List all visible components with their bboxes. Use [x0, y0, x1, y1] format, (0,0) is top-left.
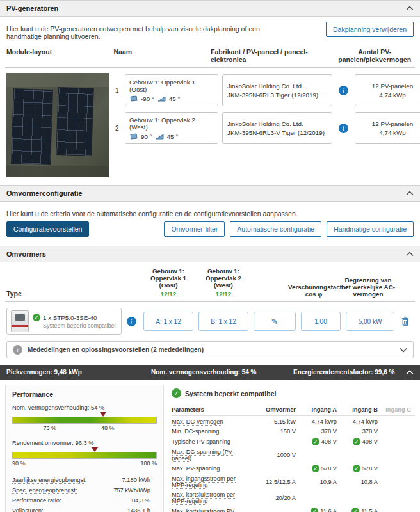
peak-power: 4,74 kWp — [379, 129, 405, 136]
tilt-value: 45 ° — [169, 95, 181, 102]
pv-generators-header[interactable]: PV-generatoren — [0, 0, 420, 17]
panel-count-box[interactable]: 12 PV-panelen 4,74 kWp — [355, 112, 420, 144]
param-inverter-value: 150 V — [254, 428, 296, 435]
azimuth-icon — [129, 133, 138, 140]
check-icon: ✓ — [311, 508, 318, 512]
performance-title: Performance — [12, 390, 157, 398]
param-label: Max. ingangsstroom per MPP-regeling — [172, 476, 236, 489]
tick-label: 73 % — [43, 425, 56, 431]
inverter-config-header[interactable]: Omvormerconfiguratie — [0, 185, 420, 202]
info-icon[interactable]: i — [339, 124, 348, 133]
check-icon: ✓ — [172, 388, 181, 398]
col-surface1: Gebouw 1: Oppervlak 1 (Oost) 12/12 — [141, 268, 196, 298]
roof-area — [6, 73, 109, 87]
check-icon: ✓ — [312, 438, 319, 445]
module-layout-image[interactable] — [6, 73, 109, 177]
param-input-b-value: 578 V — [362, 465, 378, 472]
info-icon: i — [13, 345, 22, 355]
collapse-chevron-up-icon[interactable] — [406, 6, 414, 11]
info-icon[interactable]: i — [127, 317, 136, 326]
cos-phi-box[interactable]: 1,00 — [301, 312, 341, 331]
inverter-type-status: Systeem beperkt compatibel — [33, 323, 116, 329]
check-icon: ✓ — [353, 465, 360, 472]
param-input-a-value: 408 V — [321, 438, 337, 445]
azimuth-icon — [129, 95, 138, 102]
info-icon[interactable]: i — [339, 86, 348, 95]
input-b-box[interactable]: B: 1 x 12 — [198, 312, 248, 331]
panel-box[interactable]: JinkoSolar Holding Co. Ltd. JKM-395N-6RL… — [222, 112, 332, 144]
configuration-proposals-button[interactable]: Configuratievoorstellen — [6, 221, 89, 237]
param-input-a-value: 10,9 A — [296, 479, 337, 485]
section-title: Omvormerconfiguratie — [6, 189, 83, 197]
stat-row: Performance ratio: 84,3 % — [12, 495, 157, 506]
inverters-section: Omvormers Type Gebouw 1: Oppervlak 1 (Oo… — [0, 246, 420, 358]
check-icon: ✓ — [353, 438, 360, 445]
pv-surface-box[interactable]: Gebouw 1: Oppervlak 1 (Oost) -90 ° 45 ° — [125, 74, 218, 106]
pv-surface-box[interactable]: Gebouw 1: Oppervlak 2 (West) 90 ° 45 ° — [125, 112, 218, 144]
stat-value: 7.180 kWh — [107, 475, 157, 485]
manual-configuration-button[interactable]: Handmatige configuratie — [327, 221, 414, 237]
pv-array-east — [12, 89, 52, 164]
inverter-config-section: Omvormerconfiguratie Hier kunt u de crit… — [0, 185, 420, 246]
col-module-layout: Module-layout — [6, 48, 113, 63]
col-omvormer: Omvormer — [254, 406, 296, 413]
remove-roof-planning-button[interactable]: Dakplanning verwijderen — [326, 22, 414, 37]
stat-value: 84,3 % — [107, 495, 157, 506]
col-surface2: Gebouw 1: Oppervlak 2 (West) 12/12 — [196, 268, 251, 298]
panel-box[interactable]: JinkoSolar Holding Co. Ltd. JKM-395N-6RL… — [222, 74, 332, 106]
messages-label: Mededelingen en oplossingsvoorstellen (2… — [28, 346, 394, 353]
inverter-row: ✓ 1 x STP5.0-3SE-40 Systeem beperkt comp… — [5, 302, 415, 340]
collapse-chevron-up-icon[interactable] — [406, 252, 414, 257]
inverter-type-name: 1 x STP5.0-3SE-40 — [43, 314, 97, 321]
pencil-icon: ✎ — [271, 317, 279, 326]
panel-count-box[interactable]: 12 PV-panelen 4,74 kWp — [355, 74, 420, 106]
parameter-row: Typische PV-spanning ✓408 V ✓408 V — [172, 436, 415, 447]
surface2-count: 12/12 — [196, 291, 251, 298]
panel-manufacturer: JinkoSolar Holding Co. Ltd. — [227, 83, 327, 90]
section-title: Omvormers — [6, 250, 46, 258]
inverter-image — [11, 310, 29, 332]
system-check-panel: ✓ Systeem beperkt compatibel Parameters … — [170, 385, 415, 512]
ac-limit-box[interactable]: 5,00 kW — [346, 312, 394, 331]
row-number: 1 — [115, 74, 121, 106]
stat-label: Jaarlijkse energieopbrengst: — [12, 477, 86, 484]
messages-row[interactable]: i Mededelingen en oplossingsvoorstellen … — [6, 341, 414, 358]
param-input-b-value: 10,8 A — [337, 479, 378, 485]
inverters-header[interactable]: Omvormers — [0, 246, 420, 262]
pv-generators-description: Hier kunt u de PV-generatoren ontwerpen … — [6, 22, 288, 40]
bar-marker — [92, 447, 98, 452]
col-naam: Naam — [113, 48, 211, 63]
nominal-ratio-bar: 73 % 48 % — [12, 412, 157, 433]
automatic-configuration-button[interactable]: Automatische configuratie — [230, 221, 321, 237]
edit-button[interactable]: ✎ — [254, 312, 296, 331]
tick-label: 100 % — [140, 460, 157, 467]
col-ac-limit: Begrenzing van het werkelijke AC-vermoge… — [339, 276, 397, 298]
azimuth-value: 90 ° — [141, 133, 152, 140]
collapse-chevron-up-icon[interactable] — [406, 370, 414, 375]
gradient-bar — [12, 417, 157, 424]
surface1-count: 12/12 — [141, 291, 196, 298]
parameter-row: Max. ingangsstroom per MPP-regeling 12,5… — [172, 474, 415, 490]
col-ingang-a: Ingang A — [296, 406, 337, 413]
panel-model: JKM-395N-6RL3 Tiger (12/2019) — [227, 92, 327, 99]
delete-inverter-button[interactable] — [397, 317, 414, 326]
expand-chevron-down-icon[interactable] — [400, 348, 407, 353]
collapse-chevron-up-icon[interactable] — [406, 191, 414, 196]
tilt-icon — [158, 95, 166, 102]
summary-bar[interactable]: Piekvermogen: 9,48 kWp Nom. vermogensver… — [0, 365, 420, 380]
param-inverter-value: 12,5/12,5 A — [254, 479, 296, 485]
param-input-a-value: 4,74 kWp — [296, 419, 337, 425]
col-aantal: Aantal PV-panelen/piekvermogen — [335, 48, 414, 63]
inverter-efficiency-label: Rendement omvormer: 96,3 % — [12, 439, 157, 446]
param-label: Typische PV-spanning — [172, 438, 230, 445]
pv-generators-section: PV-generatoren Hier kunt u de PV-generat… — [0, 0, 420, 185]
inverter-filter-button[interactable]: Omvormer-filter — [164, 221, 225, 237]
col-parameters: Parameters — [172, 406, 254, 413]
tilt-value: 45 ° — [167, 133, 179, 140]
parameter-row: Max. kortsluitstroom per MPP-regeling 20… — [172, 490, 415, 506]
nominal-ratio-summary: Nom. vermogensverhouding: 54 % — [151, 369, 293, 376]
input-a-box[interactable]: A: 1 x 12 — [143, 312, 193, 331]
stat-label: Spec. energieopbrengst: — [12, 487, 77, 494]
system-check-title: Systeem beperkt compatibel — [185, 390, 276, 397]
inverter-type-box[interactable]: ✓ 1 x STP5.0-3SE-40 Systeem beperkt comp… — [6, 308, 122, 335]
